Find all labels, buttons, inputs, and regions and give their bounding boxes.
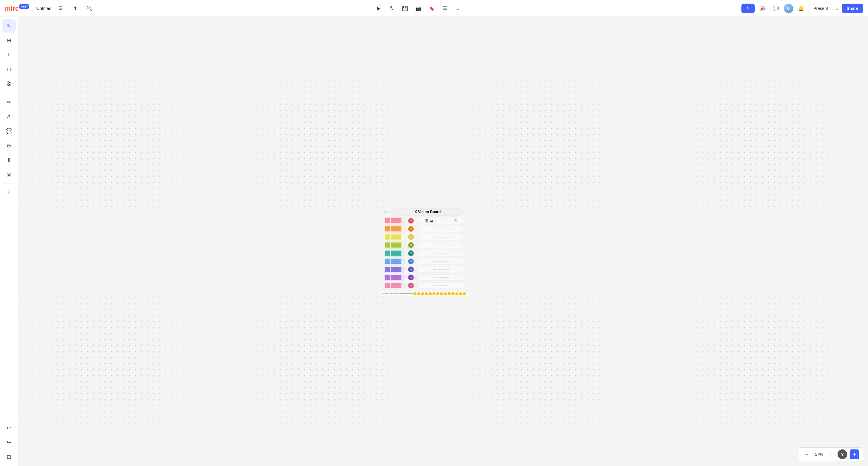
sticky-teal-1 [385, 250, 390, 256]
sticky-lpink-2 [391, 283, 396, 288]
notification-button[interactable]: 🔔 [796, 3, 807, 14]
placeholder-green: Stickers / screenshots / emoji [433, 244, 449, 246]
title-circle-pink-label: Title [410, 220, 412, 222]
legend-text: Use these circles to indicate what you a… [381, 293, 412, 294]
more-tools-button[interactable]: ⌄ [453, 3, 464, 14]
redo-sidebar-button[interactable]: ↪ [2, 436, 16, 449]
sticky-sidebar-button[interactable]: □ [2, 63, 16, 76]
frames-sidebar-button[interactable]: ⊞ [2, 34, 16, 47]
select-sidebar-button[interactable]: ↖ [2, 19, 16, 33]
sticky-group-lpink [384, 282, 405, 289]
sticky-group-purple [384, 274, 405, 281]
camera-button[interactable]: 📷 [413, 3, 424, 14]
free-badge: free* [19, 4, 29, 9]
frame-tool-sidebar-button[interactable]: ⊕ [2, 139, 16, 152]
legend-circle-4 [425, 292, 428, 295]
arrow-tool-button[interactable]: ▶ [373, 3, 384, 14]
topbar-center-tools: ▶ ⏱ 💾 📷 🔖 ☰ ⌄ [100, 3, 737, 14]
placeholder-purple: Stickers / screenshots / emoji [433, 277, 449, 278]
bottom-controls: − 17% + ? ✦ [799, 447, 863, 461]
user-avatar: U [784, 4, 793, 13]
zoom-out-button[interactable]: − [803, 450, 811, 459]
help-button[interactable]: ? [838, 449, 847, 459]
select-icon: ↖ [746, 6, 750, 11]
sticky-yellow-3 [396, 235, 401, 240]
svg-text:miro: miro [5, 5, 18, 12]
canvas-content: Insert logo here X Vision Board Title 🦉 [342, 206, 506, 299]
placeholder-pink: Stickers / screenshots / emoji [435, 220, 452, 222]
links-sidebar-button[interactable]: ⛓ [2, 77, 16, 90]
reaction-button[interactable]: 🎉 [757, 3, 768, 14]
sticky-group-green [384, 242, 405, 249]
comment-sidebar-button[interactable]: 💬 [2, 124, 16, 138]
menu-button[interactable]: ☰ [55, 3, 66, 14]
document-title[interactable]: Untitled [36, 6, 52, 11]
topbar-left: miro free* Untitled ☰ ⬆ 🔍 [0, 0, 100, 17]
sticky-lpink-1 [385, 283, 390, 288]
sticky-orange-1 [385, 226, 390, 231]
sticky-purple-1 [385, 275, 390, 280]
select-tool-button[interactable]: ↖ [741, 4, 755, 13]
save-button[interactable]: 💾 [400, 3, 410, 14]
title-circle-teal: Title [408, 250, 414, 256]
sticky-group-teal [384, 250, 405, 257]
title-circle-blue: Title [408, 258, 414, 264]
row-indigo: Title Stickers / screenshots / emoji [344, 266, 504, 273]
list-button[interactable]: ☰ [439, 3, 450, 14]
title-circle-indigo: Title [408, 267, 414, 272]
comment-button[interactable]: 💬 [770, 3, 781, 14]
upload-button[interactable]: ⬆ [70, 3, 81, 14]
present-button[interactable]: Present [809, 4, 832, 13]
upload-sidebar-button[interactable]: ⬆ [2, 153, 16, 167]
placeholder-yellow: Stickers / screenshots / emoji [433, 236, 449, 238]
sticky-orange-2 [391, 226, 396, 231]
title-circle-teal-label: Title [410, 252, 412, 254]
text-sidebar-button[interactable]: T [2, 48, 16, 61]
title-circle-yellow: Title [408, 234, 414, 240]
title-circle-yellow-label: Title [410, 236, 412, 238]
legend-circle-11 [452, 292, 455, 295]
content-pill-yellow: Stickers / screenshots / emoji [418, 234, 464, 240]
row-teal: Title Stickers / screenshots / emoji [344, 250, 504, 257]
row-lpink: Title Stickers / screenshots / emoji [344, 282, 504, 289]
zoom-in-button[interactable]: + [827, 450, 835, 459]
badge-button[interactable]: 🔖 [426, 3, 437, 14]
fit-view-button[interactable]: ⊡ [2, 450, 16, 464]
share-button[interactable]: Share [842, 4, 863, 13]
search-button[interactable]: 🔍 [84, 3, 95, 14]
sticky-indigo-1 [385, 267, 390, 272]
emoji-photo: 🖼 [454, 219, 457, 223]
sidebar-divider-2 [4, 184, 14, 184]
add-sidebar-button[interactable]: + [2, 186, 16, 199]
pen-sidebar-button[interactable]: ✏ [2, 96, 16, 109]
vision-board-title: X Vision Board [392, 208, 464, 216]
canvas[interactable]: Insert logo here X Vision Board Title 🦉 [18, 17, 868, 466]
legend-circle-12 [455, 292, 458, 295]
row-blue: Title Stickers / screenshots / emoji [344, 258, 504, 265]
sticky-yellow-1 [385, 235, 390, 240]
legend-circle-5 [429, 292, 432, 295]
sticky-teal-3 [396, 250, 401, 256]
topbar: miro free* Untitled ☰ ⬆ 🔍 ▶ ⏱ 💾 📷 🔖 ☰ ⌄ … [0, 0, 868, 17]
title-circle-indigo-label: Title [410, 269, 412, 270]
legend-circle-3 [421, 292, 424, 295]
legend-circle-7 [436, 292, 439, 295]
shapes-sidebar-button[interactable]: ◎ [2, 168, 16, 181]
title-circle-blue-label: Title [410, 260, 412, 262]
content-pill-green: Stickers / screenshots / emoji [418, 242, 464, 248]
undo-sidebar-button[interactable]: ↩ [2, 422, 16, 435]
emoji-camera: 📷 [430, 219, 433, 222]
content-pill-purple: Stickers / screenshots / emoji [418, 274, 464, 280]
content-pill-blue: Stickers / screenshots / emoji [418, 258, 464, 265]
text-format-sidebar-button[interactable]: A [2, 110, 16, 123]
magic-button[interactable]: ✦ [849, 449, 859, 459]
placeholder-lpink: Stickers / screenshots / emoji [433, 285, 449, 286]
placeholder-indigo: Stickers / screenshots / emoji [433, 269, 449, 270]
sticky-group-orange [384, 225, 405, 232]
sticky-purple-2 [391, 275, 396, 280]
timer-button[interactable]: ⏱ [386, 3, 397, 14]
content-pill-lpink: Stickers / screenshots / emoji [418, 282, 464, 288]
sticky-pink-1 [385, 218, 390, 223]
title-circle-lpink: Title [408, 283, 414, 288]
title-circle-purple-label: Title [410, 277, 412, 278]
